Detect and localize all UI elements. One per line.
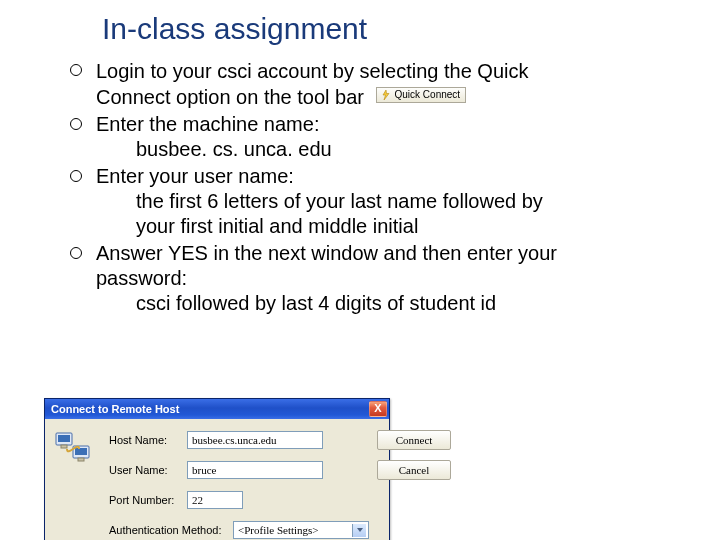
port-row: Port Number: <box>107 491 369 509</box>
connect-dialog: Connect to Remote Host X Host Name: Conn… <box>44 398 390 540</box>
lightning-icon <box>380 89 392 101</box>
bullet-text: Login to your csci account by selecting … <box>96 60 528 82</box>
bullet-text: Answer YES in the next window and then e… <box>96 242 557 264</box>
bullet-text: Enter your user name: <box>96 165 294 187</box>
bullet-subtext: your first initial and middle initial <box>96 214 680 239</box>
dialog-titlebar: Connect to Remote Host X <box>45 399 389 419</box>
bullet-text: password: <box>96 267 187 289</box>
list-item: Enter the machine name: busbee. cs. unca… <box>70 112 680 162</box>
user-row: User Name: <box>107 461 369 479</box>
list-item: Enter your user name: the first 6 letter… <box>70 164 680 239</box>
svg-rect-5 <box>75 448 87 455</box>
host-label: Host Name: <box>109 434 181 446</box>
cancel-button[interactable]: Cancel <box>377 460 451 480</box>
quick-connect-button[interactable]: Quick Connect <box>376 87 467 104</box>
svg-rect-2 <box>58 435 70 442</box>
bullet-text: Enter the machine name: <box>96 113 319 135</box>
auth-row: Authentication Method: <Profile Settings… <box>107 521 369 539</box>
close-icon: X <box>374 402 381 414</box>
close-button[interactable]: X <box>369 401 387 417</box>
dialog-title: Connect to Remote Host <box>51 403 179 415</box>
host-row: Host Name: <box>107 431 369 449</box>
host-input[interactable] <box>187 431 323 449</box>
dialog-body: Host Name: Connect User Name: Cancel Por… <box>45 419 389 540</box>
port-input[interactable] <box>187 491 243 509</box>
bullet-list: Login to your csci account by selecting … <box>50 58 680 316</box>
bullet-subtext: busbee. cs. unca. edu <box>96 137 680 162</box>
connect-button[interactable]: Connect <box>377 430 451 450</box>
list-item: Answer YES in the next window and then e… <box>70 241 680 316</box>
bullet-text: Connect option on the tool bar <box>96 86 364 108</box>
quick-connect-label: Quick Connect <box>395 89 461 102</box>
bullet-subtext: the first 6 letters of your last name fo… <box>96 189 680 214</box>
bullet-subtext: csci followed by last 4 digits of studen… <box>96 291 680 316</box>
slide: In-class assignment Login to your csci a… <box>0 0 720 540</box>
auth-label: Authentication Method: <box>109 524 227 536</box>
user-label: User Name: <box>109 464 181 476</box>
svg-marker-0 <box>383 90 389 100</box>
svg-rect-6 <box>78 458 84 461</box>
page-title: In-class assignment <box>102 12 680 46</box>
port-label: Port Number: <box>109 494 181 506</box>
svg-rect-3 <box>61 445 67 448</box>
chevron-down-icon <box>357 528 363 532</box>
user-input[interactable] <box>187 461 323 479</box>
auth-value: <Profile Settings> <box>238 524 319 536</box>
list-item: Login to your csci account by selecting … <box>70 58 680 110</box>
auth-select[interactable]: <Profile Settings> <box>233 521 369 539</box>
hosts-icon <box>53 429 93 469</box>
